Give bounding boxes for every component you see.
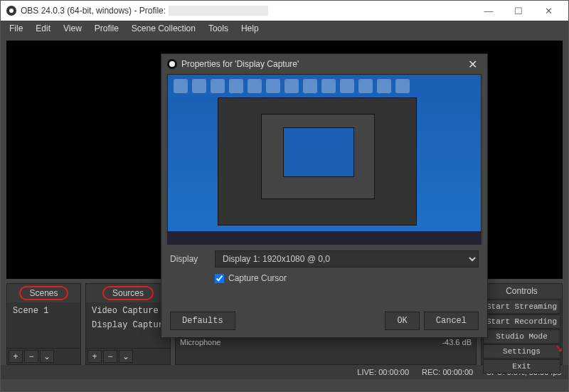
menu-scene-collection[interactable]: Scene Collection (126, 22, 201, 35)
status-live: LIVE: 00:00:00 (357, 368, 409, 376)
scene-item[interactable]: Scene 1 (9, 304, 79, 318)
annotation-arrow-icon: ↘ (555, 342, 563, 354)
maximize-button[interactable]: ☐ (504, 3, 533, 18)
redacted-profile-name (169, 6, 268, 16)
dialog-form: Display Display 1: 1920x1080 @ 0,0 Captu… (161, 245, 487, 289)
scene-remove-button[interactable]: − (24, 350, 38, 363)
source-item[interactable]: Display Captur (87, 318, 169, 332)
scenes-panel: Scenes Scene 1 + − ⌄ (6, 283, 81, 365)
status-rec: REC: 00:00:00 (422, 368, 473, 376)
cancel-button[interactable]: Cancel (424, 312, 479, 330)
scene-add-button[interactable]: + (9, 350, 23, 363)
controls-title: Controls (482, 284, 562, 298)
sources-panel: Sources Video Capture Display Captur + −… (85, 283, 171, 365)
close-button[interactable]: ✕ (534, 3, 563, 18)
capture-cursor-checkbox[interactable] (215, 274, 224, 283)
scene-menu-button[interactable]: ⌄ (40, 350, 54, 363)
dialog-close-button[interactable]: ✕ (464, 58, 482, 71)
source-menu-button[interactable]: ⌄ (119, 350, 133, 363)
ok-button[interactable]: OK (385, 312, 419, 330)
defaults-button[interactable]: Defaults (170, 312, 235, 330)
controls-panel: Controls Start Streaming Start Recording… (481, 283, 563, 365)
scenes-title: Scenes (7, 284, 80, 302)
menu-help[interactable]: Help (235, 22, 265, 35)
minimize-button[interactable]: — (474, 3, 503, 18)
obs-main-window: OBS 24.0.3 (64-bit, windows) - Profile: … (0, 0, 569, 392)
dialog-titlebar: Properties for 'Display Capture' ✕ (161, 54, 487, 74)
source-add-button[interactable]: + (87, 350, 102, 363)
menu-view[interactable]: View (58, 22, 87, 35)
nested-obs-preview (218, 97, 417, 226)
display-label: Display (170, 254, 209, 264)
obs-logo-icon (167, 59, 177, 69)
window-controls: — ☐ ✕ (474, 3, 563, 18)
dialog-preview (167, 74, 482, 245)
studio-mode-button[interactable]: Studio Mode (483, 329, 560, 344)
capture-cursor-label: Capture Cursor (228, 273, 287, 283)
start-recording-button[interactable]: Start Recording (483, 314, 560, 329)
source-remove-button[interactable]: − (103, 350, 117, 363)
menubar: File Edit View Profile Scene Collection … (1, 21, 568, 36)
menu-tools[interactable]: Tools (203, 22, 234, 35)
taskbar-preview (168, 231, 481, 244)
dialog-title-text: Properties for 'Display Capture' (181, 59, 299, 69)
menu-profile[interactable]: Profile (89, 22, 124, 35)
display-select[interactable]: Display 1: 1920x1080 @ 0,0 (215, 250, 479, 267)
sources-title: Sources (86, 284, 170, 302)
menu-file[interactable]: File (4, 22, 28, 35)
obs-logo-icon (6, 6, 16, 16)
exit-button[interactable]: Exit (483, 359, 560, 374)
properties-dialog: Properties for 'Display Capture' ✕ Displ… (161, 53, 488, 338)
menu-edit[interactable]: Edit (30, 22, 56, 35)
titlebar: OBS 24.0.3 (64-bit, windows) - Profile: … (1, 1, 568, 21)
start-streaming-button[interactable]: Start Streaming (483, 300, 560, 314)
settings-button[interactable]: Settings (483, 344, 560, 359)
source-item[interactable]: Video Capture (87, 304, 169, 318)
window-title: OBS 24.0.3 (64-bit, windows) - Profile: (21, 6, 166, 16)
